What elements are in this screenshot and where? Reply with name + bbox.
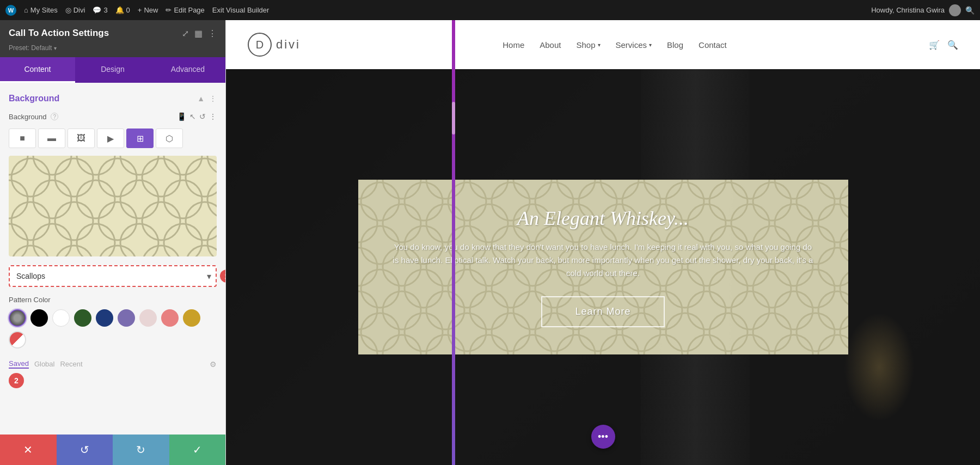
swatch-white[interactable] [52, 309, 70, 327]
redo-button[interactable]: ↻ [113, 435, 169, 465]
badge-2: 2 [9, 373, 24, 388]
swatch-gold[interactable] [183, 309, 200, 327]
collapse-icon[interactable]: ▲ [197, 94, 205, 103]
nav-contact[interactable]: Contact [699, 40, 727, 50]
pattern-type-tab[interactable]: ⊞ [126, 129, 154, 148]
layout-icon[interactable]: ▦ [194, 28, 203, 39]
tab-design[interactable]: Design [75, 57, 150, 83]
panel-tabs: Content Design Advanced [0, 57, 225, 83]
search-icon[interactable]: 🔍 [965, 6, 975, 15]
badge-1: 1 [220, 270, 225, 283]
video-type-tab[interactable]: ▶ [97, 129, 124, 148]
mask-type-tab[interactable]: ⬡ [156, 129, 183, 148]
color-tab-saved[interactable]: Saved [9, 359, 29, 369]
swatch-black[interactable] [30, 309, 48, 327]
logo-text: divi [276, 38, 301, 52]
color-tab-global[interactable]: Global [34, 360, 55, 368]
pattern-dropdown-container: Scallops None Waves Dots Stripes Chevron… [9, 265, 217, 287]
preset-selector[interactable]: Preset: Default ▾ [0, 44, 225, 57]
bg-type-tabs: ■ ▬ 🖼 ▶ ⊞ ⬡ [9, 129, 217, 148]
exit-visual-builder-button[interactable]: Exit Visual Builder [212, 6, 270, 14]
cursor-icon[interactable]: ↖ [189, 112, 196, 121]
site-nav: Home About Shop ▾ Services ▾ Blog Contac… [503, 40, 727, 50]
edit-page-button[interactable]: ✏ Edit Page [166, 6, 204, 14]
scroll-handle[interactable] [452, 102, 455, 134]
user-avatar [949, 4, 961, 16]
cancel-button[interactable]: ✕ [0, 435, 57, 465]
gradient-type-tab[interactable]: ▬ [38, 129, 65, 148]
color-type-tab[interactable]: ■ [9, 129, 36, 148]
mobile-icon[interactable]: 📱 [177, 112, 186, 121]
swatch-dark-green[interactable] [74, 309, 91, 327]
hero-section: An Elegant Whiskey... You do know, you d… [226, 69, 980, 465]
swatch-custom-gray[interactable] [9, 309, 26, 327]
cart-icon[interactable]: 🛒 [929, 40, 940, 50]
section-more-icon[interactable]: ⋮ [209, 94, 217, 103]
panel-bottom-actions: ✕ ↺ ↻ ✓ [0, 435, 225, 465]
preview-area: D divi Home About Shop ▾ Services ▾ Blo [226, 20, 980, 465]
nav-home[interactable]: Home [503, 40, 524, 50]
color-tabs: Saved Global Recent ⚙ [9, 359, 217, 369]
swatch-navy[interactable] [96, 309, 113, 327]
cta-module[interactable]: An Elegant Whiskey... You do know, you d… [358, 180, 848, 354]
color-settings-icon[interactable]: ⚙ [210, 360, 217, 369]
nav-blog[interactable]: Blog [667, 40, 683, 50]
more-icon[interactable]: ⋮ [208, 28, 217, 39]
swatch-salmon[interactable] [161, 309, 179, 327]
panel-header: Call To Action Settings ⤢ ▦ ⋮ [0, 20, 225, 44]
bg-label: Background [9, 113, 46, 121]
scroll-divider [452, 20, 455, 465]
color-swatches [9, 309, 217, 348]
site-header: D divi Home About Shop ▾ Services ▾ Blo [226, 20, 980, 69]
image-type-tab[interactable]: 🖼 [68, 129, 95, 148]
learn-more-button[interactable]: Learn More [541, 296, 664, 327]
reset-icon[interactable]: ↺ [199, 112, 206, 121]
pattern-color-label: Pattern Color [9, 296, 217, 304]
notifications-counter[interactable]: 🔔 0 [115, 6, 130, 14]
swatch-custom-gradient[interactable] [9, 331, 26, 348]
tab-advanced[interactable]: Advanced [150, 57, 225, 83]
nav-services[interactable]: Services ▾ [616, 40, 652, 50]
swatch-light-pink[interactable] [139, 309, 157, 327]
shop-caret-icon: ▾ [598, 42, 601, 48]
nav-about[interactable]: About [540, 40, 561, 50]
top-bar: W ⌂ My Sites ◎ Divi 💬 3 🔔 0 + New [0, 0, 980, 20]
help-icon[interactable]: ? [51, 113, 58, 120]
panel-content: Background ▲ ⋮ Background ? 📱 ↖ ↺ ⋮ [0, 83, 225, 435]
mysites-button[interactable]: ⌂ My Sites [24, 6, 58, 14]
glass-decoration [844, 313, 915, 421]
settings-panel: Call To Action Settings ⤢ ▦ ⋮ Preset: De… [0, 20, 226, 465]
bg-more-icon[interactable]: ⋮ [209, 112, 217, 121]
pattern-preview [9, 156, 217, 256]
restore-icon[interactable]: ⤢ [182, 28, 189, 39]
swatch-lavender[interactable] [118, 309, 135, 327]
wordpress-icon[interactable]: W [5, 5, 16, 16]
tab-content[interactable]: Content [0, 57, 75, 83]
search-nav-icon[interactable]: 🔍 [947, 40, 958, 50]
panel-title: Call To Action Settings [9, 28, 109, 39]
floating-action-button[interactable]: ••• [591, 425, 615, 449]
nav-shop[interactable]: Shop ▾ [576, 40, 600, 50]
new-button[interactable]: + New [138, 6, 158, 14]
pattern-dropdown[interactable]: Scallops None Waves Dots Stripes Chevron [9, 265, 217, 287]
comment-counter[interactable]: 💬 3 [93, 6, 107, 14]
user-info: Howdy, Christina Gwira 🔍 [871, 4, 975, 16]
site-logo: D divi [248, 33, 301, 57]
color-tab-recent[interactable]: Recent [60, 360, 82, 368]
undo-button[interactable]: ↺ [57, 435, 113, 465]
save-button[interactable]: ✓ [169, 435, 226, 465]
divi-button[interactable]: ◎ Divi [65, 6, 85, 14]
logo-icon: D [248, 33, 272, 57]
section-title: Background [9, 94, 59, 103]
fab-dots-icon: ••• [598, 431, 608, 443]
preset-caret-icon: ▾ [54, 45, 57, 51]
services-caret-icon: ▾ [649, 42, 652, 48]
